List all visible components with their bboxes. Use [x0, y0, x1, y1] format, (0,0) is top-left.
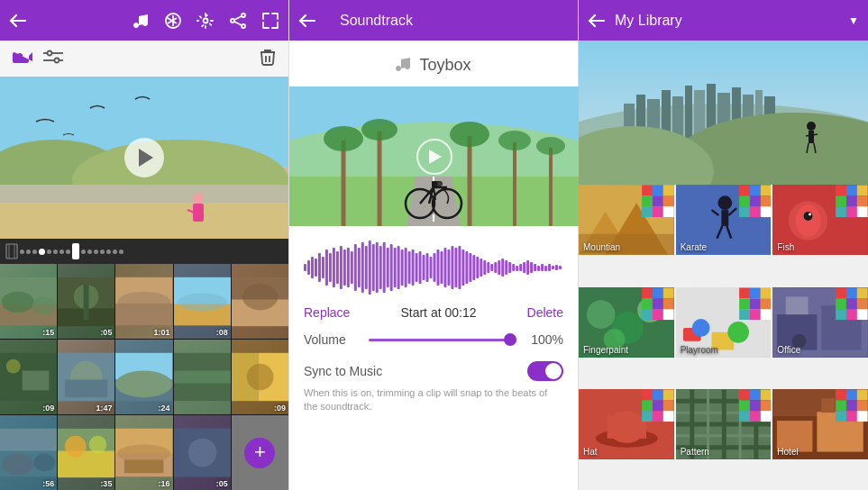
play-button[interactable]: [124, 138, 164, 177]
library-item-label: Hotel: [777, 447, 798, 457]
camera-icon[interactable]: [13, 49, 32, 69]
svg-rect-13: [0, 185, 288, 203]
settings-icon[interactable]: [196, 12, 215, 30]
thumb-duration: :16: [159, 479, 170, 488]
thumbnail[interactable]: [174, 340, 231, 414]
svg-rect-210: [739, 206, 750, 217]
library-item-label: Playroom: [681, 345, 718, 355]
svg-rect-100: [343, 250, 346, 286]
library-item-hotel[interactable]: Hotel: [772, 389, 868, 459]
svg-point-59: [34, 453, 56, 471]
svg-rect-57: [0, 429, 57, 451]
back-icon[interactable]: [298, 14, 316, 28]
svg-rect-234: [663, 287, 674, 298]
svg-rect-179: [809, 131, 814, 143]
thumbnail[interactable]: :05: [174, 415, 231, 490]
hero-image: [579, 41, 868, 185]
timeline-scrubber[interactable]: [0, 239, 288, 264]
library-item-hat[interactable]: Hat: [579, 389, 674, 459]
svg-rect-192: [663, 195, 674, 206]
svg-rect-150: [523, 262, 525, 273]
svg-rect-120: [416, 253, 418, 282]
library-item-office[interactable]: Office: [772, 287, 868, 358]
library-grid: Mountian: [579, 185, 868, 490]
soundtrack-content: Toybox: [289, 41, 578, 490]
add-clip-button[interactable]: +: [232, 415, 288, 490]
svg-rect-199: [721, 210, 728, 226]
library-item-playroom[interactable]: Playroom: [676, 287, 772, 358]
svg-rect-117: [405, 248, 407, 287]
library-item-label: Fingerpaint: [583, 345, 628, 355]
dropdown-arrow-icon[interactable]: ▼: [848, 14, 859, 27]
svg-rect-159: [555, 265, 558, 270]
svg-rect-190: [642, 195, 653, 206]
svg-rect-131: [454, 248, 457, 287]
library-item-fingerpaint[interactable]: Fingerpaint: [579, 287, 674, 358]
library-item-karate[interactable]: Karate: [676, 185, 772, 255]
back-icon[interactable]: [588, 14, 606, 28]
thumbnail[interactable]: :56: [0, 415, 57, 490]
svg-point-8: [55, 59, 59, 63]
thumbnail[interactable]: 1:01: [115, 264, 172, 339]
thumbnail[interactable]: :24: [115, 340, 172, 414]
thumbnail[interactable]: :15: [0, 264, 57, 339]
svg-rect-160: [559, 266, 562, 269]
thumbnail[interactable]: 1:47: [58, 340, 114, 414]
thumb-image: [232, 264, 288, 339]
svg-rect-299: [760, 401, 771, 412]
volume-slider[interactable]: [369, 339, 516, 341]
sliders-icon[interactable]: [43, 49, 63, 68]
svg-rect-118: [408, 251, 411, 284]
svg-rect-206: [760, 185, 771, 195]
expand-icon[interactable]: [261, 12, 279, 30]
toybox-header: Toybox: [289, 41, 578, 86]
svg-rect-237: [663, 298, 674, 309]
thumb-duration: :24: [159, 404, 170, 413]
svg-rect-140: [487, 262, 489, 273]
svg-rect-129: [447, 250, 450, 286]
svg-rect-262: [857, 287, 868, 298]
aperture-icon[interactable]: [164, 12, 182, 30]
music-note-icon: [396, 53, 412, 77]
thumbnail[interactable]: :09: [0, 340, 57, 414]
thumbnail[interactable]: :08: [174, 264, 231, 339]
svg-rect-225: [846, 206, 857, 217]
scrubber-handle[interactable]: [72, 243, 79, 259]
sync-label: Sync to Music: [304, 364, 382, 378]
thumbnail[interactable]: :16: [115, 415, 172, 490]
svg-rect-132: [458, 246, 461, 289]
thumb-duration: 1:01: [154, 328, 170, 337]
svg-rect-67: [124, 459, 163, 473]
svg-rect-128: [443, 248, 446, 287]
library-item-mountain[interactable]: Mountian: [579, 185, 674, 255]
svg-rect-300: [739, 412, 750, 422]
thumbnail[interactable]: [232, 264, 288, 339]
scrubber-track[interactable]: [20, 243, 283, 259]
delete-button[interactable]: Delete: [527, 305, 563, 320]
svg-rect-301: [750, 412, 761, 422]
thumbnail[interactable]: :05: [58, 264, 114, 339]
svg-rect-307: [822, 399, 836, 413]
library-item-fish[interactable]: Fish: [772, 185, 868, 255]
svg-point-82: [498, 131, 531, 150]
thumbnail[interactable]: :09: [232, 340, 288, 414]
thumb-duration: :05: [100, 328, 112, 337]
sync-toggle[interactable]: [527, 361, 563, 381]
svg-rect-51: [174, 371, 231, 384]
svg-rect-155: [541, 264, 544, 271]
volume-thumb[interactable]: [504, 333, 516, 346]
thumbnail[interactable]: :35: [58, 415, 114, 490]
library-item-pattern[interactable]: Pattern: [676, 389, 772, 459]
replace-button[interactable]: Replace: [304, 305, 350, 320]
svg-point-7: [48, 51, 52, 56]
thumb-duration: :08: [216, 328, 228, 337]
share-icon[interactable]: [229, 12, 247, 30]
svg-rect-124: [430, 257, 433, 278]
play-button-sm[interactable]: [416, 139, 452, 175]
delete-icon[interactable]: [260, 48, 276, 69]
svg-point-22: [2, 292, 34, 313]
back-icon[interactable]: [9, 14, 27, 28]
music-icon[interactable]: [133, 12, 150, 30]
svg-rect-109: [376, 242, 379, 293]
svg-rect-314: [857, 401, 868, 412]
